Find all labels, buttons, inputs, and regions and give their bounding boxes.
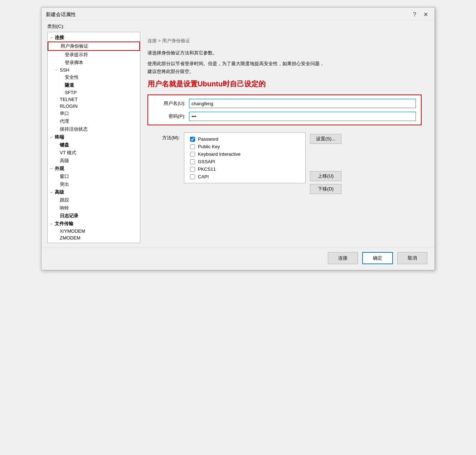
expander-icon: − [55, 68, 60, 72]
annotation-text: 用户名就是设置Ubuntu时自己设定的 [147, 79, 422, 89]
method-gssapi: GSSAPI [190, 159, 300, 164]
desc3: 建议您将此部分留空。 [147, 68, 422, 75]
tree-item-bell[interactable]: 响铃 [48, 204, 140, 212]
capi-checkbox[interactable] [190, 174, 195, 179]
expander-icon [55, 206, 60, 210]
ok-button[interactable]: 确定 [362, 252, 393, 264]
method-capi: CAPI [190, 174, 300, 179]
title-bar: 新建会话属性 ? ✕ [42, 8, 434, 20]
expander-icon [55, 112, 60, 116]
tree-item-ssh[interactable]: − SSH [48, 67, 140, 73]
help-button[interactable]: ? [411, 10, 418, 19]
tree-item-highlight[interactable]: 突出 [48, 180, 140, 188]
tree-item-xymodem[interactable]: X/YMODEM [48, 228, 140, 234]
cancel-button[interactable]: 取消 [397, 252, 427, 264]
expander-icon [55, 97, 60, 101]
tree-item-keepalive[interactable]: 保持活动状态 [48, 125, 140, 133]
method-label: 方法(M): [147, 132, 180, 141]
tree-item-tunnel[interactable]: 隧道 [48, 81, 140, 89]
expander-icon [55, 104, 60, 108]
gssapi-method-label: GSSAPI [198, 159, 215, 164]
close-button[interactable]: ✕ [421, 10, 430, 19]
method-section: 方法(M): Password Public Key Keyboard I [147, 132, 422, 194]
setup-button[interactable]: 设置(S)... [310, 134, 341, 144]
password-method-label: Password [198, 136, 218, 142]
expander-icon [55, 214, 60, 218]
tree-item-appearance[interactable]: − 外观 [48, 165, 140, 173]
password-row: 密码(P): [153, 112, 416, 121]
tree-item-logging[interactable]: 日志记录 [48, 212, 140, 220]
tree-item-keyboard[interactable]: 键盘 [48, 141, 140, 149]
tree-item-telnet[interactable]: TELNET [48, 96, 140, 103]
public-key-checkbox[interactable] [190, 144, 195, 149]
tree-item-advanced2[interactable]: − 高级 [48, 188, 140, 196]
expander-icon [55, 183, 60, 187]
move-down-button[interactable]: 下移(D) [310, 184, 341, 194]
expander-icon: − [50, 190, 55, 194]
dialog-footer: 连接 确定 取消 [42, 247, 434, 270]
tree-item-window[interactable]: 窗口 [48, 173, 140, 180]
tree-item-advanced-terminal[interactable]: 高级 [48, 157, 140, 165]
password-input[interactable] [189, 112, 416, 121]
credentials-area: 用户名(U): 密码(P): [147, 95, 422, 125]
expander-icon [55, 159, 60, 163]
pkcs11-checkbox[interactable] [190, 167, 195, 172]
title-bar-buttons: ? ✕ [411, 10, 430, 19]
method-buttons: 设置(S)... 上移(U) 下移(D) [310, 132, 341, 194]
desc1: 请选择身份验证方法和其它参数。 [147, 50, 422, 56]
expander-icon [55, 229, 60, 233]
content-panel: 连接 > 用户身份验证 请选择身份验证方法和其它参数。 使用此部分以节省登录时间… [140, 32, 429, 243]
keyboard-interactive-checkbox[interactable] [190, 152, 195, 157]
password-label: 密码(P): [153, 113, 185, 120]
expander-icon [60, 91, 65, 95]
tree-item-security[interactable]: 安全性 [48, 73, 140, 81]
expander-icon [60, 61, 65, 65]
expander-icon [55, 127, 60, 131]
password-checkbox[interactable] [190, 137, 195, 142]
connect-button[interactable]: 连接 [328, 252, 358, 264]
dialog: 新建会话属性 ? ✕ 类别(C): − 连接 用户身份验证 [41, 7, 435, 270]
expander-icon [56, 44, 60, 48]
expander-icon [55, 151, 60, 155]
tree-item-zmodem[interactable]: ZMODEM [48, 234, 140, 241]
tree-item-file-transfer[interactable]: − 文件传输 [48, 220, 140, 228]
username-input[interactable] [189, 99, 416, 108]
tree-item-proxy[interactable]: 代理 [48, 117, 140, 125]
dialog-title: 新建会话属性 [46, 11, 76, 18]
method-password: Password [190, 136, 300, 142]
tree-item-trace[interactable]: 跟踪 [48, 196, 140, 204]
tree-item-sftp[interactable]: SFTP [48, 89, 140, 96]
method-pkcs11: PKCS11 [190, 166, 300, 172]
tree-item-connection[interactable]: − 连接 [48, 34, 140, 42]
gssapi-checkbox[interactable] [190, 159, 195, 164]
tree-item-rlogin[interactable]: RLOGIN [48, 103, 140, 110]
username-label: 用户名(U): [153, 100, 185, 107]
public-key-method-label: Public Key [198, 144, 220, 149]
tree-item-terminal[interactable]: − 终端 [48, 133, 140, 141]
tree-item-user-auth[interactable]: 用户身份验证 [48, 42, 140, 51]
expander-icon [55, 236, 60, 240]
expander-icon: − [50, 135, 55, 139]
move-up-button[interactable]: 上移(U) [310, 171, 341, 181]
tree-item-serial[interactable]: 串口 [48, 110, 140, 117]
expander-icon: − [50, 36, 55, 40]
expander-icon [55, 143, 60, 147]
expander-icon [60, 83, 65, 87]
main-area: − 连接 用户身份验证 登录提示符 登录脚本 − SSH [47, 32, 429, 243]
tree-item-login-script[interactable]: 登录脚本 [48, 59, 140, 67]
expander-icon [60, 76, 65, 79]
capi-method-label: CAPI [198, 174, 209, 179]
expander-icon: − [50, 222, 55, 226]
desc2: 使用此部分以节省登录时间。但是，为了最大限度地提高安全性，如果担心安全问题， [147, 60, 422, 67]
keyboard-interactive-method-label: Keyboard Interactive [198, 151, 241, 157]
tree-panel: − 连接 用户身份验证 登录提示符 登录脚本 − SSH [47, 32, 140, 243]
category-label: 类别(C): [47, 23, 429, 30]
expander-icon [55, 175, 60, 179]
pkcs11-method-label: PKCS11 [198, 166, 216, 172]
method-public-key: Public Key [190, 144, 300, 149]
expander-icon: − [50, 167, 55, 171]
tree-item-login-prompt[interactable]: 登录提示符 [48, 51, 140, 59]
tree-item-vt-mode[interactable]: VT 模式 [48, 149, 140, 157]
expander-icon [55, 198, 60, 202]
dialog-body: 类别(C): − 连接 用户身份验证 登录提示符 [42, 20, 434, 247]
